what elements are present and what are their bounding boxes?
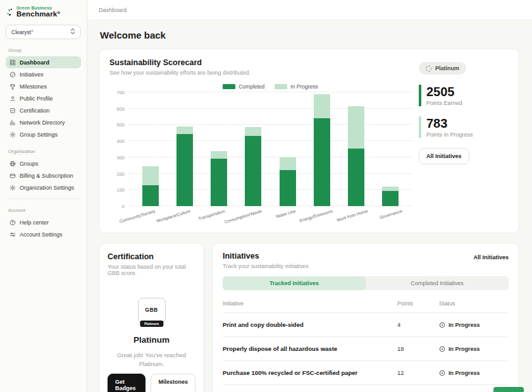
certification-tier: Platinum [108,335,195,345]
bottom-row: Certification Your status based on your … [99,243,519,392]
chart-bar-water-use[interactable] [280,157,296,206]
in-progress-icon [439,346,445,352]
cell-status: In Progress [439,370,509,376]
sidebar-item-help-center[interactable]: Help center [6,216,81,228]
sidebar-nav: GroupDashboardInitiativesMilestonesPubli… [6,39,81,240]
column-points: Points [397,300,439,307]
chart-tick-label: 300 [116,154,125,160]
sidebar-item-label: Billing & Subscription [20,173,73,179]
table-row[interactable]: Purchase 100% recycled or FSC-certified … [223,361,509,385]
scorecard-subtitle: See how your sustainability efforts are … [109,70,412,76]
bar-segment-in-progress [176,126,193,134]
tab-tracked-initiatives[interactable]: Tracked Initiatives [223,276,366,290]
bar-segment-completed [245,136,261,206]
gbb-badge-tier-label: Platinum [140,321,163,327]
gear-icon [9,132,16,138]
sidebar-item-label: Certification [20,107,50,114]
globe-icon [9,161,16,167]
sidebar-item-certification[interactable]: Certification [6,104,81,116]
sidebar-item-label: Initiatives [20,71,44,78]
cell-status: In Progress [439,322,509,328]
sidebar-section-label: Account [8,207,78,213]
in-progress-icon [439,322,445,328]
breadcrumb: Dashboard [99,7,127,13]
points-stats: 2505Points Earned783Points In Progress [419,75,473,138]
stat-points-in-progress: 783Points In Progress [419,116,473,138]
status-label: In Progress [448,346,480,352]
bar-segment-completed [382,191,399,206]
chart-category-label: Workplace/Culture [156,209,191,223]
initiatives-card: Initiatives Track your sustainability in… [212,243,519,392]
chart-bar-energy-emissions[interactable] [314,94,330,206]
chart-bar-community-society[interactable] [142,166,159,206]
chart-bar-governance[interactable] [382,187,399,206]
sidebar-item-account-settings[interactable]: Account Settings [6,228,81,240]
dashed-circle-icon [426,66,431,71]
initiatives-tabbar: Tracked InitiativesCompleted Initiatives [223,276,509,290]
bars-icon [9,119,16,126]
chart-category-label: Transportation [198,209,226,221]
chart-tick-label: 100 [116,187,125,193]
initiatives-header: Initiatives Track your sustainability in… [223,252,509,269]
page-title: Welcome back [100,30,519,40]
initiatives-subtitle: Track your sustainability initiatives [223,263,309,269]
brand-logo-icon [7,8,14,19]
bar-segment-completed [348,149,364,206]
sidebar-item-label: Groups [20,161,39,167]
chart-bar-transportation[interactable] [211,151,227,206]
table-row[interactable]: Properly dispose of all hazardous waste1… [223,337,509,361]
chart-bar-work-from-home[interactable] [348,106,364,206]
chart-category-label: Community/Society [119,209,156,224]
scorecard-chart-column: Sustainability Scorecard See how your su… [109,58,412,224]
table-row[interactable]: Purchase 50-100% recycled content trash … [223,385,509,392]
tier-badge[interactable]: Platinum [419,62,466,75]
in-progress-icon [439,370,445,376]
sidebar-item-billing-subscription[interactable]: Billing & Subscription [6,169,81,181]
certification-title: Certification [108,252,195,261]
sidebar-item-label: Organization Settings [20,185,74,191]
sidebar-item-organization-settings[interactable]: Organization Settings [6,181,81,193]
milestones-button[interactable]: Milestones [151,374,195,392]
bar-segment-completed [280,170,296,206]
get-badges-button[interactable]: Get Badges [108,374,145,392]
bar-segment-in-progress [245,127,261,137]
sliders-icon [9,231,16,238]
sidebar-item-groups[interactable]: Groups [6,157,81,169]
legend-swatch [223,84,235,89]
stat-points-earned: 2505Points Earned [419,85,473,106]
all-initiatives-button[interactable]: All Initiatives [419,148,469,164]
sidebar-item-public-profile[interactable]: Public Profile [6,92,81,104]
table-row[interactable]: Print and copy double-sided4In Progress [223,313,509,337]
chart-tick-label: 200 [116,171,125,176]
status-label: In Progress [448,322,480,328]
sidebar-item-network-directory[interactable]: Network Directory [6,116,81,128]
sidebar-item-group-settings[interactable]: Group Settings [6,128,81,140]
person-icon [9,95,16,102]
certification-buttons: Get Badges Milestones [108,374,195,392]
chat-launcher-partial[interactable] [493,387,524,392]
sidebar-item-initiatives[interactable]: Initiatives [6,68,81,80]
chart-bar-consumption-waste[interactable] [245,127,261,206]
gbb-badge-box: ∴ GBB [138,298,166,323]
initiatives-all-link[interactable]: All Initiatives [473,254,509,260]
main-area: Dashboard Welcome back Sustainability Sc… [87,0,532,392]
check-square-icon [9,107,16,114]
cell-initiative: Properly dispose of all hazardous waste [223,345,397,352]
table-header-row: Initiative Points Status [223,297,509,313]
organization-selector[interactable]: Clearyst° [6,25,81,39]
certification-subtitle: Your status based on your total GBB scor… [108,264,195,276]
legend-label: In Progress [290,83,318,90]
sidebar-item-label: Group Settings [20,132,58,138]
sidebar-item-label: Dashboard [20,59,49,66]
tab-completed-initiatives[interactable]: Completed Initiatives [366,276,509,290]
grid-icon [9,59,16,66]
table-body: Print and copy double-sided4In ProgressP… [223,313,509,392]
sidebar-item-milestones[interactable]: Milestones [6,80,81,92]
chart-bar-workplace-culture[interactable] [176,126,193,206]
sidebar-item-dashboard[interactable]: Dashboard [6,56,81,68]
chart-legend: CompletedIn Progress [128,83,412,90]
bar-segment-completed [211,159,227,206]
cell-status: In Progress [439,346,509,352]
legend-item-in-progress: In Progress [275,83,318,90]
chart-tick-label: 0 [122,204,125,209]
